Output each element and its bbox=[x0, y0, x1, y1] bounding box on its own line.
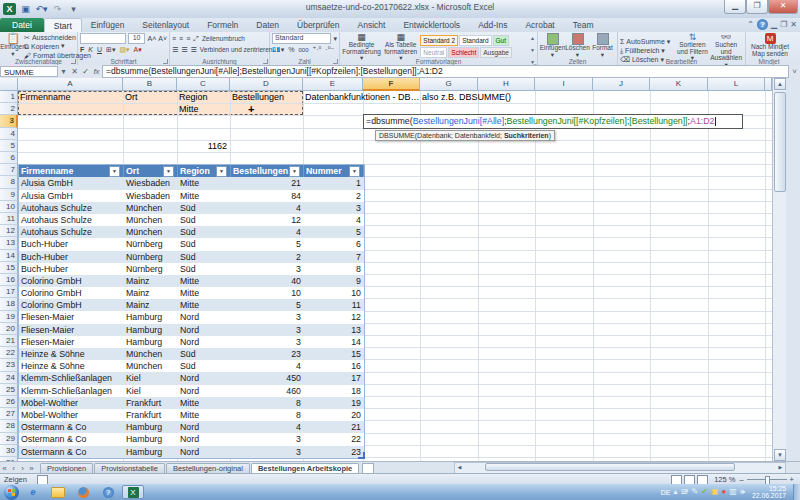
row-header-6[interactable]: 6 bbox=[0, 152, 18, 164]
table-cell[interactable]: Hamburg bbox=[124, 336, 178, 348]
align-right-icon[interactable]: ☰ bbox=[191, 46, 197, 54]
row-header-22[interactable]: 22 bbox=[0, 347, 18, 359]
sheet-tab-bestellungen-arbeitskopie[interactable]: Bestellungen Arbeitskopie bbox=[251, 463, 359, 474]
table-cell[interactable]: 10 bbox=[231, 287, 304, 299]
table-header-bestellungen[interactable]: Bestellungen▼ bbox=[231, 165, 304, 177]
table-cell[interactable]: 5 bbox=[231, 238, 304, 250]
table-cell[interactable]: Möbel-Wolther bbox=[19, 409, 124, 421]
taskbar-excel-icon[interactable]: X bbox=[122, 485, 144, 499]
table-cell[interactable]: Nord bbox=[178, 385, 231, 397]
table-cell[interactable]: Buch-Huber bbox=[19, 263, 124, 275]
cells-einfügen-button[interactable]: Einfügen▾ bbox=[540, 33, 565, 58]
qat-customize-icon[interactable]: ▾ bbox=[67, 3, 80, 15]
align-middle-icon[interactable]: ≡ bbox=[179, 35, 183, 42]
zoom-in-icon[interactable]: + bbox=[790, 475, 794, 484]
cell-C5[interactable]: 1162 bbox=[208, 140, 227, 152]
table-cell[interactable]: Fliesen-Maier bbox=[19, 311, 124, 323]
table-cell[interactable]: 23 bbox=[304, 446, 364, 458]
table-row[interactable]: Möbel-WoltherFrankfurtMitte820 bbox=[19, 409, 364, 421]
number-dialog-launcher[interactable] bbox=[333, 59, 338, 64]
table-cell[interactable]: 21 bbox=[231, 177, 304, 189]
table-row[interactable]: Klemm-SchließanlagenKielNord45017 bbox=[19, 372, 364, 384]
table-cell[interactable]: 450 bbox=[231, 372, 304, 384]
tray-monitor-icon[interactable]: 🖳 bbox=[681, 487, 689, 497]
table-cell[interactable]: Wiesbaden bbox=[124, 190, 178, 202]
table-cell[interactable]: Nord bbox=[178, 372, 231, 384]
horizontal-scroll-thumb[interactable] bbox=[485, 463, 735, 471]
cell-E1[interactable]: Datenbankfunktionen - DB… also z.B. DBSU… bbox=[305, 91, 511, 103]
tab-entwicklertools[interactable]: Entwicklertools bbox=[394, 18, 469, 32]
table-cell[interactable]: 11 bbox=[304, 299, 364, 311]
row-header-11[interactable]: 11 bbox=[0, 213, 18, 225]
table-row[interactable]: Buch-HuberNürnbergSüd38 bbox=[19, 263, 364, 275]
table-cell[interactable]: Autohaus Schulze bbox=[19, 214, 124, 226]
row-header-3[interactable]: 3 bbox=[0, 115, 18, 127]
table-cell[interactable]: 20 bbox=[304, 409, 364, 421]
table-cell[interactable]: 8 bbox=[304, 263, 364, 275]
table-cell[interactable]: Mitte bbox=[178, 190, 231, 202]
table-cell[interactable]: 8 bbox=[231, 409, 304, 421]
table-cell[interactable]: 3 bbox=[231, 446, 304, 458]
table-cell[interactable]: Heinze & Söhne bbox=[19, 348, 124, 360]
table-cell[interactable]: Heinze & Söhne bbox=[19, 360, 124, 372]
row-header-2[interactable]: 2 bbox=[0, 103, 18, 115]
table-header-region[interactable]: Region▼ bbox=[178, 165, 231, 177]
table-cell[interactable]: München bbox=[124, 214, 178, 226]
table-cell[interactable]: Ostermann & Co bbox=[19, 421, 124, 433]
table-cell[interactable]: Hamburg bbox=[124, 433, 178, 445]
table-cell[interactable]: 5 bbox=[304, 226, 364, 238]
column-header-C[interactable]: C bbox=[177, 78, 230, 91]
table-cell[interactable]: 8 bbox=[231, 397, 304, 409]
language-indicator[interactable]: DE bbox=[661, 489, 671, 496]
table-cell[interactable]: Fliesen-Maier bbox=[19, 324, 124, 336]
page-layout-view-icon[interactable] bbox=[684, 475, 695, 485]
row-header-29[interactable]: 29 bbox=[0, 433, 18, 445]
help-icon[interactable]: ? bbox=[757, 19, 768, 30]
row-header-17[interactable]: 17 bbox=[0, 286, 18, 298]
table-cell[interactable]: Süd bbox=[178, 202, 231, 214]
table-row[interactable]: Klemm-SchließanlagenKielNord46018 bbox=[19, 385, 364, 397]
table-cell[interactable]: Möbel-Wolther bbox=[19, 397, 124, 409]
row-header-19[interactable]: 19 bbox=[0, 311, 18, 323]
tray-volume-icon[interactable]: 🕪 bbox=[740, 487, 745, 497]
alignment-dialog-launcher[interactable] bbox=[263, 59, 268, 64]
table-cell[interactable]: Frankfurt bbox=[124, 409, 178, 421]
table-cell[interactable]: Süd bbox=[178, 226, 231, 238]
tab-daten[interactable]: Daten bbox=[247, 18, 288, 32]
row-header-25[interactable]: 25 bbox=[0, 384, 18, 396]
table-cell[interactable]: Mitte bbox=[178, 177, 231, 189]
sheet-tab-provisionen[interactable]: Provisionen bbox=[40, 463, 93, 474]
minimize-ribbon-icon[interactable]: ⌃ bbox=[747, 19, 754, 30]
table-cell[interactable]: 4 bbox=[304, 214, 364, 226]
table-row[interactable]: Heinze & SöhneMünchenSüd2315 bbox=[19, 348, 364, 360]
column-header-L[interactable]: L bbox=[708, 78, 765, 91]
percent-icon[interactable]: % bbox=[288, 46, 294, 53]
table-cell[interactable]: 4 bbox=[231, 226, 304, 238]
table-cell[interactable]: München bbox=[124, 226, 178, 238]
fill-button[interactable]: ⤓Füllbereich ▾ bbox=[620, 47, 676, 55]
table-cell[interactable]: Ostermann & Co bbox=[19, 446, 124, 458]
style-chip[interactable]: Ausgabe bbox=[480, 47, 512, 58]
table-cell[interactable]: Süd bbox=[178, 251, 231, 263]
sheet-tab-provisionstabelle[interactable]: Provisionstabelle bbox=[94, 463, 165, 474]
table-row[interactable]: Autohaus SchulzeMünchenSüd124 bbox=[19, 214, 364, 226]
table-cell[interactable]: 19 bbox=[304, 397, 364, 409]
filter-dropdown-icon[interactable]: ▼ bbox=[216, 166, 227, 177]
font-size-select[interactable]: 10 bbox=[128, 33, 146, 44]
table-cell[interactable]: Nord bbox=[178, 336, 231, 348]
expand-formula-bar-icon[interactable]: ˅ bbox=[789, 67, 800, 76]
row-header-9[interactable]: 9 bbox=[0, 189, 18, 201]
table-cell[interactable]: 3 bbox=[231, 336, 304, 348]
table-cell[interactable]: 13 bbox=[304, 324, 364, 336]
row-header-18[interactable]: 18 bbox=[0, 298, 18, 310]
cell-A1[interactable]: Firmenname bbox=[20, 91, 71, 103]
tab-start[interactable]: Start bbox=[44, 18, 82, 33]
table-row[interactable]: Möbel-WoltherFrankfurtMitte819 bbox=[19, 397, 364, 409]
table-cell[interactable]: Hamburg bbox=[124, 446, 178, 458]
zoom-level[interactable]: 125 % bbox=[714, 475, 735, 484]
undo-icon[interactable]: ↶▾ bbox=[35, 3, 48, 15]
tab-team[interactable]: Team bbox=[564, 18, 603, 32]
autosum-button[interactable]: ΣAutoSumme ▾ bbox=[620, 38, 676, 46]
table-cell[interactable]: Nürnberg bbox=[124, 263, 178, 275]
table-cell[interactable]: Wiesbaden bbox=[124, 177, 178, 189]
